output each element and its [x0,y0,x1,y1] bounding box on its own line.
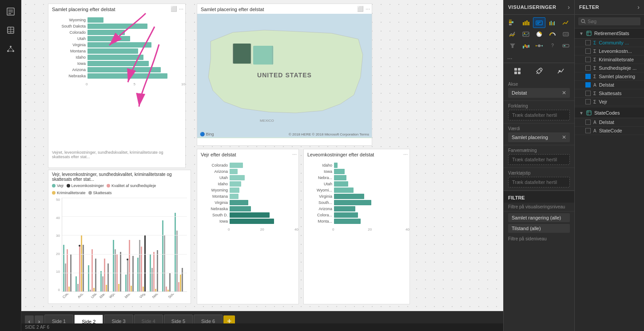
svg-rect-23 [509,21,512,23]
svg-point-83 [581,19,584,22]
svg-rect-37 [554,21,555,25]
map-background: MEXICO UNITED STATES 🔵 Bing © 2018 HERE … [197,14,372,138]
viz-expand-btn[interactable]: › [568,4,570,11]
svg-rect-79 [518,68,521,71]
vaerktoejstip-config: Værktøjstip Træk datafelter hertil [504,168,574,191]
chart3-axis: 02040 [197,227,298,231]
field-checkbox-statecode [585,128,591,133]
viz-icon-waterfall[interactable] [520,40,532,51]
felter-search-input[interactable] [586,19,638,24]
viz-analytics-btn[interactable] [554,65,568,77]
sidebar-model-icon[interactable] [3,41,19,57]
viz-icon-kpi[interactable] [560,40,572,51]
chart3-more-btn[interactable]: ··· [292,151,297,157]
field-name-leveomkostn: Leveomkostn... [599,48,632,54]
field-item-delstat[interactable]: A Delstat [575,81,644,89]
viz-icon-donut[interactable] [533,29,545,40]
viz-icon-line2[interactable] [506,29,519,40]
viz-icon-bar[interactable] [520,17,532,28]
viz-icon-image[interactable] [520,29,532,40]
field-type-icon-kriminalitet: Σ [593,57,596,62]
field-section-header-retirement[interactable]: ▼ RetirementStats [575,28,644,39]
forklaring-label: Forklaring [508,104,570,108]
forklaring-drop: Træk datafelter hertil [508,110,570,120]
vaerdi-remove-btn[interactable]: ✕ [562,134,566,140]
viz-icon-cluster-bar[interactable] [546,17,559,28]
svg-rect-35 [551,21,552,25]
viz-panel-header: VISUALISERINGER › [504,0,574,15]
svg-rect-43 [523,32,529,36]
svg-point-63 [536,45,537,47]
field-name-sundhedspleje: Sundhedspleje ... [599,65,636,71]
filtre-state-chip[interactable]: Tilstand (alle) [508,224,570,233]
field-item-community[interactable]: Σ Community ... [575,39,644,47]
filtre-viz-label: Filtre på visualiseringsniveau [504,203,574,211]
vaerktoejstip-drop: Træk datafelter hertil [508,177,570,187]
viz-fields-btn[interactable] [510,65,525,77]
svg-point-64 [542,45,543,47]
viz-icon-line[interactable] [560,17,572,28]
field-section-expand-retirement: ▼ [579,31,584,36]
chart5-legend: Vejr Leveomkostninger Kvalitet af sundhe… [48,183,191,196]
svg-line-84 [584,22,585,23]
field-type-icon-delstat: A [593,83,596,88]
chart1-title: Samlet placering efter delstat [48,4,185,13]
vaerdi-field-text: Samlet placering [512,135,548,140]
svg-point-44 [524,33,525,34]
field-section-table-icon-statecodes [586,110,592,116]
field-item-samlet-placering[interactable]: Σ Samlet placering [575,72,644,81]
viz-icon-card[interactable]: 123 [560,29,572,40]
svg-text:123: 123 [564,33,568,36]
viz-more-label[interactable]: ··· [504,54,574,63]
field-type-icon-leveomkostn: Σ [593,49,596,54]
svg-line-12 [11,48,13,50]
viz-panel-title: VISUALISERINGER [508,4,556,10]
field-item-statecodes-delstat[interactable]: A Delstat [575,118,644,127]
viz-icon-stacked-bar[interactable] [506,17,519,28]
field-type-icon-vejr: Σ [593,100,596,104]
svg-point-60 [538,44,541,47]
chart1-expand-btn[interactable]: ⬜ [171,6,177,12]
axis-remove-btn[interactable]: ✕ [562,90,566,96]
felter-panel-header: FELTER › [575,0,644,15]
viz-icon-map-bar[interactable] [533,17,545,28]
status-text: SIDE 2 AF 6 [25,325,49,330]
filtre-range-chip[interactable]: Samlet rangering (alle) [508,213,570,222]
viz-icon-gauge[interactable] [546,29,559,40]
vaerdi-label: Værdi [508,126,570,131]
field-item-leveomkostn[interactable]: Σ Leveomkostn... [575,47,644,56]
map-bing-logo: 🔵 Bing [200,132,214,136]
chart2-expand-btn[interactable]: ⬜ [357,6,364,12]
viz-icon-decomp[interactable] [533,40,545,51]
viz-icon-funnel[interactable] [506,40,519,51]
field-section-statecodes: ▼ StateCodes A Delstat A StateCode [575,108,644,135]
chart2-title: Samlet placering efter delstat [197,4,372,13]
field-section-retirementstats: ▼ RetirementStats Σ Community ... Σ Leve… [575,28,644,106]
sidebar-data-icon[interactable] [3,22,19,38]
chart-map: Samlet placering efter delstat ⬜ ··· [197,4,372,146]
chart-multibar: Vejr, leveomkostninger, sundhedskvalitet… [48,170,191,304]
field-item-sundhedspleje[interactable]: Σ Sundhedspleje ... [575,64,644,72]
svg-rect-67 [564,45,565,46]
svg-rect-1 [8,10,13,11]
svg-point-8 [10,46,12,48]
chart5-body: 50 40 30 20 10 0 [48,196,191,294]
chart1-more-btn[interactable]: ··· [179,6,183,12]
field-item-statecode[interactable]: A StateCode [575,127,644,135]
field-item-kriminalitet[interactable]: Σ Kriminalitetsrate [575,56,644,64]
field-section-header-statecodes[interactable]: ▼ StateCodes [575,108,644,118]
field-item-vejr[interactable]: Σ Vejr [575,98,644,106]
filtre-side-label: Filtre på sideniveau [504,235,574,243]
field-name-statecode: StateCode [599,128,622,133]
sidebar-report-icon[interactable] [3,4,19,20]
viz-icon-qa[interactable]: ? [546,40,559,51]
chart4-more-btn[interactable]: ··· [403,151,408,157]
svg-rect-25 [509,20,512,21]
forklaring-config: Forklaring Træk datafelter hertil [504,101,574,124]
chart2-more-btn[interactable]: ··· [366,6,370,12]
felter-expand-btn[interactable]: › [637,4,640,11]
viz-format-btn[interactable] [532,65,546,77]
svg-rect-36 [553,22,553,25]
svg-rect-56 [523,46,524,48]
field-item-skattesats[interactable]: Σ Skattesats [575,89,644,98]
